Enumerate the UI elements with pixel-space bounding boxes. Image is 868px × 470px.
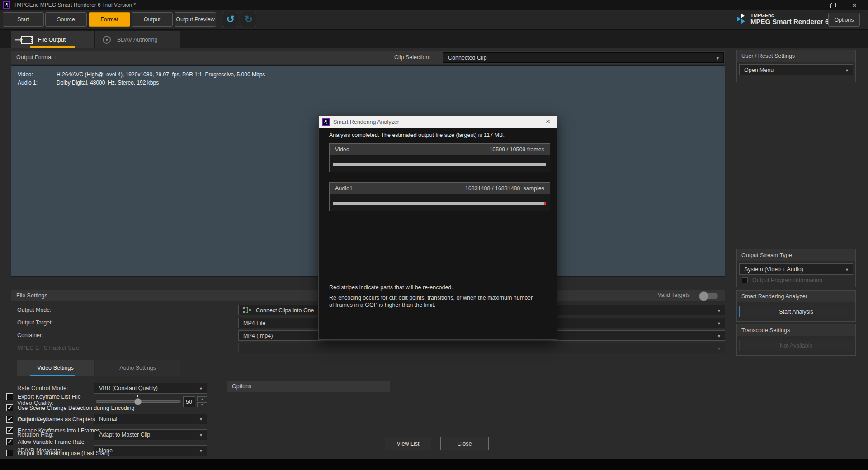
option-export-keyframe[interactable]: Export Keyframe List File [6,393,81,400]
checkbox-icon [742,277,748,283]
audio-progress-label: Audio1 [335,185,353,192]
audio-progress-bar [333,202,546,205]
tab-file-output[interactable]: File Output [11,31,94,48]
audio-info-row: Audio 1: Dolby Digital, 48000 Hz, Stereo… [18,80,159,86]
undo-button[interactable] [223,12,238,27]
open-menu-dropdown[interactable]: Open Menu [739,64,853,75]
tab-video-settings[interactable]: Video Settings [17,360,94,376]
option-keyframes-chapters[interactable]: Output Keyframes as Chapters [6,416,95,423]
video-settings-label: Video Settings [37,365,73,371]
output-target-label: Output Target: [17,320,53,326]
reencode-stripe [544,202,546,205]
audio-info-label: Audio 1: [18,80,57,86]
open-menu-value: Open Menu [744,67,774,73]
transcode-title: Transcode Settings [741,327,790,334]
checkbox-icon[interactable] [6,450,13,456]
user-reset-header: User / Reset Settings [737,50,855,62]
start-analysis-label: Start Analysis [779,309,813,315]
output-stream-header: Output Stream Type [737,249,855,261]
transcode-header: Transcode Settings [737,324,855,336]
video-info-row: Video: H.264/AVC (High@Level 4), 1920x10… [18,71,265,78]
dialog-close-icon[interactable] [539,116,557,128]
option-label: Output Keyframes as Chapters [18,416,95,423]
video-progress-fill [333,163,546,166]
clip-selection-value: Connected Clip [448,55,486,61]
video-quality-stepper [197,396,207,407]
transcode-not-available-label: Not Available [780,343,813,349]
valid-targets-label: Valid Targets [658,292,690,298]
option-label: Export Keyframe List File [18,394,81,400]
option-fast-start[interactable]: Output for streaming use (Fast Start) [6,450,110,456]
rate-control-value: VBR (Constant Quality) [99,385,158,391]
close-icon[interactable] [846,0,863,10]
redo-icon [245,14,253,24]
output-program-info-label: Output Program Information [752,277,822,283]
vr-metadata-dropdown[interactable]: None [94,445,207,456]
tab-audio-settings[interactable]: Audio Settings [95,360,180,376]
smart-rendering-analyzer-dialog: Smart Rendering Analyzer Analysis comple… [318,115,557,340]
dialog-titlebar[interactable]: Smart Rendering Analyzer [319,116,557,128]
clip-selection-dropdown[interactable]: Connected Clip [443,52,724,63]
container-label: Container: [17,332,43,338]
checkbox-icon[interactable] [6,393,13,400]
video-quality-input[interactable]: 50 [183,396,195,407]
tab-source[interactable]: Source [45,12,87,27]
clip-selection-label: Clip Selection: [394,54,430,61]
video-info-label: Video: [18,71,57,78]
chevron-down-icon [199,447,203,454]
checkbox-icon[interactable] [6,427,13,434]
output-program-info-option: Output Program Information [742,277,822,283]
app-icon [322,118,330,126]
checkbox-icon[interactable] [6,404,13,411]
rate-control-dropdown[interactable]: VBR (Constant Quality) [94,383,207,394]
brand-logo: TMPGEnc MPEG Smart Renderer 6 [737,13,829,25]
checkbox-icon[interactable] [6,416,13,423]
video-progress-bar [333,163,546,166]
ts-packet-size-label: MPEG-2 TS Packet Size: [17,345,80,351]
rotation-flag-dropdown[interactable]: Adapt to Master Clip [94,429,207,440]
options-button[interactable]: Options [828,13,860,27]
output-mode-value: Connect Clips into One [256,307,314,314]
option-scene-change[interactable]: Use Scene Change Detection during Encodi… [6,404,135,411]
redo-button[interactable] [241,12,256,27]
file-output-label: File Output [38,37,66,43]
connect-clips-icon [243,307,252,314]
output-format-title: Output Format : [16,54,56,61]
start-analysis-button[interactable]: Start Analysis [739,306,853,317]
restore-icon[interactable] [825,0,841,10]
tab-bdav-authoring[interactable]: BDAV Authoring [95,31,180,48]
output-stream-dropdown[interactable]: System (Video + Audio) [739,263,853,275]
active-tab-underline [30,46,75,48]
video-quality-slider-thumb[interactable] [134,398,142,405]
stepper-up-icon[interactable] [197,396,207,401]
tab-output-preview[interactable]: Output Preview [175,12,216,27]
option-label: Encode Keyframes into I Frames [18,428,100,434]
minimize-icon[interactable] [804,0,820,10]
subtab-strip: File Output BDAV Authoring [0,30,868,48]
performance-dropdown[interactable]: Normal [94,414,207,424]
checkbox-icon[interactable] [6,438,13,445]
file-output-icon [14,35,33,45]
valid-targets-toggle[interactable] [700,293,718,299]
ts-packet-size-dropdown [238,343,725,353]
rotation-flag-value: Adapt to Master Clip [99,432,150,438]
dialog-message: Analysis completed. The estimated output… [329,132,505,138]
chevron-down-icon [717,333,721,339]
audio-progress-panel: Audio1 16831488 / 16831488 samples [329,182,550,211]
video-info-value: H.264/AVC (High@Level 4), 1920x1080, 29.… [57,71,265,78]
dialog-note-1: Red stripes indicate parts that will be … [329,284,537,291]
brand-line2: MPEG Smart Renderer 6 [750,18,829,25]
audio-progress-fill [333,202,546,205]
view-list-button[interactable]: View List [385,437,431,450]
close-button[interactable]: Close [440,437,489,450]
audio-info-value: Dolby Digital, 48000 Hz, Stereo, 192 kbp… [57,80,159,86]
option-encode-iframes[interactable]: Encode Keyframes into I Frames [6,427,100,434]
tab-output[interactable]: Output [132,12,173,27]
chevron-down-icon [717,320,721,326]
tab-start[interactable]: Start [3,12,44,27]
option-label: Allow Variable Frame Rate [18,439,85,445]
tab-format[interactable]: Format [89,12,130,27]
option-variable-framerate[interactable]: Allow Variable Frame Rate [6,438,85,445]
options-panel: Options [227,381,390,459]
stepper-down-icon[interactable] [197,402,207,407]
